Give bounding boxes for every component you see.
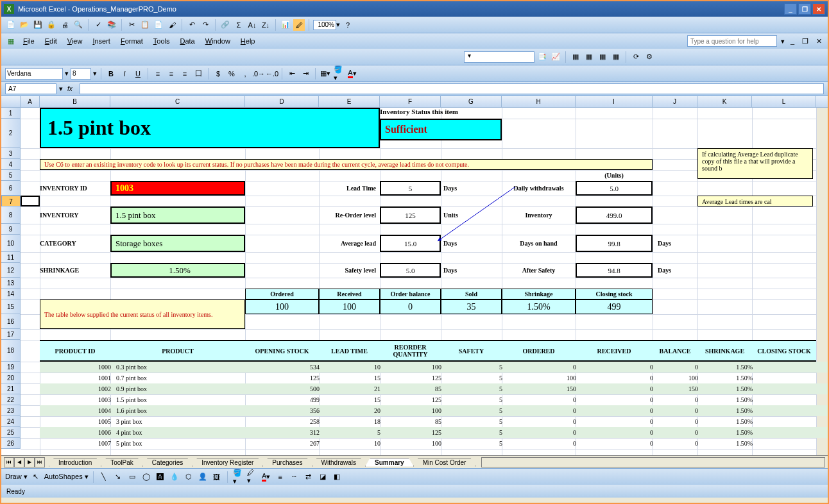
font-color2-icon[interactable]: A▾	[261, 471, 272, 483]
row-header-3[interactable]: 3	[1, 148, 21, 159]
row-header-11[interactable]: 11	[1, 252, 21, 263]
align-left-icon[interactable]: ≡	[152, 68, 164, 80]
format-painter-icon[interactable]: 🖌	[166, 19, 178, 31]
row-header-18[interactable]: 18	[1, 340, 21, 362]
row-header-15[interactable]: 15	[1, 299, 21, 314]
align-center-icon[interactable]: ≡	[166, 68, 177, 80]
namebox-dropdown-icon[interactable]: ▾	[59, 85, 63, 93]
font-dropdown-icon[interactable]: ▾	[65, 69, 69, 78]
dash-icon[interactable]: ┄	[289, 471, 300, 483]
reorder-level-value[interactable]: 125	[380, 206, 441, 224]
open-icon[interactable]: 📂	[19, 19, 30, 31]
comma-icon[interactable]: ,	[239, 68, 251, 80]
autoshapes-menu[interactable]: AutoShapes ▾	[44, 473, 89, 481]
formula-input[interactable]	[80, 83, 824, 94]
menu-view[interactable]: View	[62, 35, 88, 47]
row-header-1[interactable]: 1	[1, 108, 21, 119]
italic-icon[interactable]: I	[119, 68, 130, 80]
sheet-tab-min-cost-order[interactable]: Min Cost Order	[413, 458, 476, 467]
table-header-1[interactable]: PRODUCT	[110, 340, 245, 362]
paste-icon[interactable]: 📄	[153, 19, 164, 31]
font-color-icon[interactable]: A▾	[346, 68, 358, 80]
font-size-input[interactable]	[71, 68, 91, 80]
table-row[interactable]: 10053 pint box258188550001.50%	[40, 416, 828, 427]
grid3-icon[interactable]: ▦	[597, 51, 608, 63]
doc-minimize-icon[interactable]: _	[789, 37, 796, 45]
menu-format[interactable]: Format	[115, 35, 148, 47]
row-header-24[interactable]: 24	[1, 416, 21, 427]
dec-indent-icon[interactable]: ⇤	[286, 68, 298, 80]
row-header-12[interactable]: 12	[1, 263, 21, 278]
row-header-2[interactable]: 2	[1, 119, 21, 148]
3d-icon[interactable]: ◧	[331, 471, 343, 483]
row-header-20[interactable]: 20	[1, 373, 21, 383]
arrow-style-icon[interactable]: ⇄	[303, 471, 314, 483]
inc-indent-icon[interactable]: ⇥	[300, 68, 311, 80]
row-header-21[interactable]: 21	[1, 383, 21, 394]
horizontal-scrollbar[interactable]	[481, 457, 825, 467]
table-row[interactable]: 10010.7 pint box12515125510001001.50%	[40, 373, 828, 383]
col-header-I[interactable]: I	[576, 96, 653, 107]
settings-icon[interactable]: ⚙	[644, 51, 655, 63]
row-header-17[interactable]: 17	[1, 329, 21, 340]
row-header-19[interactable]: 19	[1, 362, 21, 373]
line-weight-icon[interactable]: ≡	[275, 471, 286, 483]
worksheet-grid[interactable]: ABCDEFGHIJKL 123456789101112131415161718…	[1, 96, 828, 455]
col-header-C[interactable]: C	[110, 96, 245, 107]
inventory-id-value[interactable]: 1003	[110, 181, 245, 196]
menu-help[interactable]: Help	[235, 35, 261, 47]
col-header-A[interactable]: A	[21, 96, 40, 107]
bold-icon[interactable]: B	[105, 68, 117, 80]
menu-insert[interactable]: Insert	[87, 35, 115, 47]
sheet-tab-inventory-register[interactable]: Inventory Register	[192, 458, 263, 467]
tab-first-icon[interactable]: ⏮	[4, 457, 14, 467]
grid4-icon[interactable]: ▦	[610, 51, 622, 63]
menu-file[interactable]: File	[18, 35, 40, 47]
col-header-F[interactable]: F	[380, 96, 441, 107]
hyperlink-icon[interactable]: 🔗	[219, 19, 231, 31]
row-header-5[interactable]: 5	[1, 170, 21, 181]
chart2-icon[interactable]: 📈	[550, 51, 561, 63]
save-icon[interactable]: 💾	[32, 19, 44, 31]
row-header-9[interactable]: 9	[1, 224, 21, 235]
diagram-icon[interactable]: ⬡	[183, 471, 194, 483]
row-header-26[interactable]: 26	[1, 438, 21, 449]
zoom-input[interactable]	[313, 20, 336, 30]
doc-close-icon[interactable]: ✕	[814, 37, 824, 46]
col-header-J[interactable]: J	[653, 96, 697, 107]
wordart-icon[interactable]: 💧	[169, 471, 180, 483]
sort-asc-icon[interactable]: A↓	[246, 19, 258, 31]
borders-icon[interactable]: ▦▾	[320, 68, 331, 80]
textbox-icon[interactable]: 🅰	[155, 471, 166, 483]
col-header-D[interactable]: D	[245, 96, 319, 107]
sheet-tab-withdrawals[interactable]: Withdrawals	[312, 458, 366, 467]
percent-icon[interactable]: %	[226, 68, 237, 80]
help-dropdown-icon[interactable]: ▾	[781, 37, 785, 46]
rect-icon[interactable]: ▭	[126, 471, 138, 483]
table-row[interactable]: 10000.3 pint box5341010050001.50%	[40, 362, 828, 373]
fill-color-icon[interactable]: 🪣▾	[333, 68, 345, 80]
table-row[interactable]: 10041.6 pint box3562010050001.50%	[40, 405, 828, 416]
col-header-H[interactable]: H	[502, 96, 576, 107]
row-header-25[interactable]: 25	[1, 427, 21, 438]
redo-icon[interactable]: ↷	[200, 19, 211, 31]
drawing-icon[interactable]: 🖉	[293, 19, 305, 31]
lead-time-value[interactable]: 5	[380, 181, 441, 196]
currency-icon[interactable]: $	[212, 68, 224, 80]
table-row[interactable]: 10064 pint box312512550001.50%	[40, 427, 828, 438]
sheet-tab-introduction[interactable]: Introduction	[49, 458, 101, 467]
select-icon[interactable]: ↖	[30, 471, 42, 483]
col-header-L[interactable]: L	[752, 96, 816, 107]
table-row[interactable]: 10031.5 pint box4991512550001.50%	[40, 394, 828, 405]
copy-icon[interactable]: 📋	[139, 19, 151, 31]
line-icon[interactable]: ╲	[98, 471, 110, 483]
col-header-G[interactable]: G	[441, 96, 502, 107]
col-header-K[interactable]: K	[697, 96, 752, 107]
undo-icon[interactable]: ↶	[186, 19, 198, 31]
table-header-4[interactable]: REORDER QUANTITY	[380, 340, 441, 362]
shadow-icon[interactable]: ◪	[317, 471, 329, 483]
align-right-icon[interactable]: ≡	[179, 68, 191, 80]
row-header-23[interactable]: 23	[1, 405, 21, 416]
col-header-E[interactable]: E	[319, 96, 380, 107]
fx-icon[interactable]: fx	[65, 85, 74, 92]
